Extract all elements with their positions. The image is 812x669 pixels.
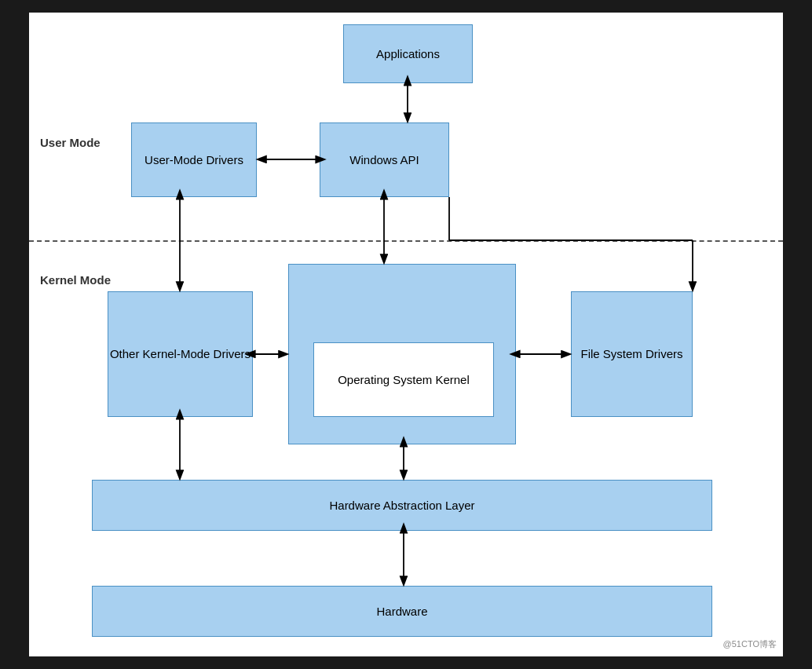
kernel-mode-label: Kernel Mode <box>40 272 111 288</box>
diagram-container: User Mode Kernel Mode Applications Windo… <box>29 13 783 656</box>
file-system-drivers-box: File System Drivers <box>571 291 693 417</box>
user-mode-drivers-box: User-Mode Drivers <box>131 122 257 197</box>
user-mode-label: User Mode <box>40 134 101 151</box>
hal-box: Hardware Abstraction Layer <box>92 480 712 531</box>
watermark: @51CTO博客 <box>723 638 777 650</box>
applications-box: Applications <box>343 24 473 83</box>
os-kernel-box: Operating System Kernel <box>313 342 494 417</box>
windows-api-box: Windows API <box>320 122 449 197</box>
other-kernel-drivers-box: Other Kernel-Mode Drivers <box>108 291 253 417</box>
hardware-box: Hardware <box>92 586 712 637</box>
mode-separator <box>29 240 783 242</box>
